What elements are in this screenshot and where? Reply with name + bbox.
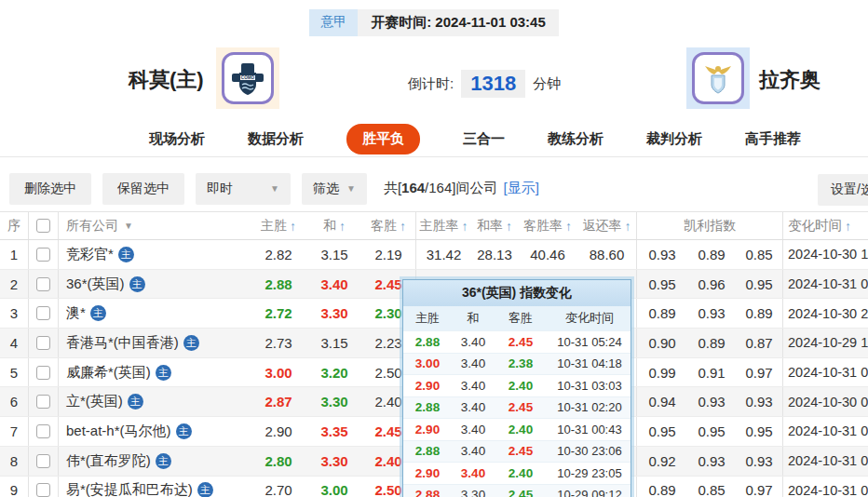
odds-draw[interactable]: 3.35 xyxy=(307,417,361,446)
odds-draw[interactable]: 3.15 xyxy=(307,240,361,269)
company-cell: 香港马*(中国香港)主 xyxy=(58,329,250,357)
sort-up-icon: ↑ xyxy=(462,219,468,234)
popup-row: 2.88 3.40 2.45 10-30 23:06 xyxy=(403,440,631,463)
tab-live-analysis[interactable]: 现场分析 xyxy=(149,130,205,148)
row-checkbox[interactable] xyxy=(36,306,50,320)
settings-button[interactable]: 设置/选项 xyxy=(818,174,868,206)
popup-header-row: 主胜 和 客胜 变化时间 xyxy=(403,306,631,330)
header-company[interactable]: 所有公司▼ xyxy=(58,212,250,239)
odds-draw[interactable]: 3.15 xyxy=(307,329,361,357)
popup-odds-draw: 3.40 xyxy=(452,400,495,414)
home-rate: 31.42 xyxy=(415,240,471,269)
popup-odds-draw: 3.40 xyxy=(452,335,495,349)
row-index: 7 xyxy=(0,417,28,446)
header-return-rate[interactable]: 返还率↑ xyxy=(577,212,636,239)
popup-odds-home: 2.88 xyxy=(403,335,452,349)
sort-up-icon: ↑ xyxy=(506,219,512,234)
header-home-rate[interactable]: 主胜率↑ xyxy=(415,212,471,239)
kelly-draw: 0.91 xyxy=(687,358,736,387)
odds-draw[interactable]: 3.00 xyxy=(307,477,361,497)
row-index: 3 xyxy=(0,299,28,328)
company-name[interactable]: 竞彩官* xyxy=(66,246,114,263)
table-header-row: 序 所有公司▼ 主胜↑ 和↑ 客胜↑ 主胜率↑ 和率↑ 客胜率↑ 返还率↑ 凯利… xyxy=(0,212,868,240)
change-time: 2024-10-30 20:25 xyxy=(782,299,868,328)
header-change-time[interactable]: 变化时间↑ xyxy=(782,212,868,239)
popup-row: 2.88 3.30 2.45 10-29 09:12 xyxy=(403,484,631,497)
odds-home[interactable]: 2.70 xyxy=(250,477,307,497)
odds-home[interactable]: 2.82 xyxy=(250,240,307,269)
row-checkbox[interactable] xyxy=(36,424,50,438)
sort-up-icon: ↑ xyxy=(565,219,572,234)
popup-change-time: 10-31 05:24 xyxy=(547,335,632,349)
odds-home[interactable]: 2.90 xyxy=(250,417,307,446)
kelly-away: 0.95 xyxy=(736,417,782,446)
odds-away[interactable]: 2.19 xyxy=(361,240,415,269)
kelly-away: 0.85 xyxy=(736,240,782,269)
tab-three-in-one[interactable]: 三合一 xyxy=(463,130,505,148)
company-name[interactable]: 易*(安提瓜和巴布达) xyxy=(66,481,193,497)
delete-selected-button[interactable]: 删除选中 xyxy=(9,173,91,205)
row-checkbox[interactable] xyxy=(36,395,50,409)
company-name[interactable]: 澳* xyxy=(66,304,86,322)
lazio-crest-icon xyxy=(692,52,744,104)
away-team-name: 拉齐奥 xyxy=(759,66,821,94)
row-checkbox[interactable] xyxy=(36,483,50,497)
row-checkbox[interactable] xyxy=(36,248,50,262)
row-index: 5 xyxy=(0,358,28,387)
select-all-checkbox[interactable] xyxy=(36,219,50,233)
tabs-divider xyxy=(0,156,868,157)
checkbox-cell xyxy=(28,270,58,299)
odds-home[interactable]: 2.88 xyxy=(250,270,307,299)
company-cell: 竞彩官*主 xyxy=(58,240,250,269)
odds-draw[interactable]: 3.40 xyxy=(307,270,361,299)
popup-odds-away: 2.40 xyxy=(495,423,547,437)
tab-win-draw-lose[interactable]: 胜平负 xyxy=(346,124,420,154)
header-draw-rate[interactable]: 和率↑ xyxy=(471,212,518,239)
odds-draw[interactable]: 3.30 xyxy=(307,447,361,476)
popup-odds-home: 2.88 xyxy=(403,400,452,414)
odds-mode-dropdown[interactable]: 即时 ▼ xyxy=(196,173,291,205)
match-info-bar: 意甲 开赛时间: 2024-11-01 03:45 xyxy=(0,9,868,36)
company-name[interactable]: 伟*(直布罗陀) xyxy=(66,452,151,470)
odds-home[interactable]: 2.80 xyxy=(250,447,307,476)
kelly-draw: 0.89 xyxy=(687,329,736,357)
checkbox-cell xyxy=(28,447,58,476)
odds-draw[interactable]: 3.20 xyxy=(307,358,361,387)
row-checkbox[interactable] xyxy=(36,366,50,380)
tab-data-analysis[interactable]: 数据分析 xyxy=(248,130,304,148)
popup-row: 2.90 3.40 2.40 10-29 23:05 xyxy=(403,462,631,484)
row-checkbox[interactable] xyxy=(36,336,50,350)
odds-home[interactable]: 2.87 xyxy=(250,387,307,416)
home-team-logo: COMO xyxy=(216,47,279,109)
popup-odds-home: 2.88 xyxy=(403,444,452,458)
odds-home[interactable]: 2.72 xyxy=(250,299,307,328)
company-name[interactable]: 香港马*(中国香港) xyxy=(66,334,179,352)
kickoff-value: 2024-11-01 03:45 xyxy=(435,14,545,30)
header-away-odds[interactable]: 客胜↑ xyxy=(361,212,415,239)
popup-row: 2.90 3.40 2.40 10-31 00:43 xyxy=(403,418,631,440)
company-name[interactable]: 36*(英国) xyxy=(66,275,125,293)
kelly-draw: 0.89 xyxy=(687,240,736,269)
odds-draw[interactable]: 3.30 xyxy=(307,387,361,416)
tab-referee-analysis[interactable]: 裁判分析 xyxy=(646,130,702,148)
show-link[interactable]: [显示] xyxy=(503,180,538,195)
company-name[interactable]: 威廉希*(英国) xyxy=(66,364,151,382)
popup-odds-draw: 3.40 xyxy=(452,379,495,393)
company-name[interactable]: 立*(英国) xyxy=(66,393,123,410)
tab-expert-recommend[interactable]: 高手推荐 xyxy=(745,130,801,148)
header-draw-odds[interactable]: 和↑ xyxy=(307,212,361,239)
home-bookmaker-badge-icon: 主 xyxy=(90,305,106,321)
odds-home[interactable]: 3.00 xyxy=(250,358,307,387)
odds-home[interactable]: 2.73 xyxy=(250,329,307,357)
tab-coach-analysis[interactable]: 教练分析 xyxy=(548,130,604,148)
table-row: 1 竞彩官*主 2.82 3.15 2.19 31.42 28.13 40.46… xyxy=(0,240,868,270)
filter-dropdown[interactable]: 筛选 ▼ xyxy=(302,173,367,205)
keep-selected-button[interactable]: 保留选中 xyxy=(102,173,184,205)
odds-draw[interactable]: 3.30 xyxy=(307,299,361,328)
row-checkbox[interactable] xyxy=(36,454,50,468)
popup-header-away: 客胜 xyxy=(495,310,547,327)
header-away-rate[interactable]: 客胜率↑ xyxy=(518,212,577,239)
company-name[interactable]: bet-at-h*(马尔他) xyxy=(66,423,171,440)
header-home-odds[interactable]: 主胜↑ xyxy=(250,212,307,239)
row-checkbox[interactable] xyxy=(36,277,50,291)
